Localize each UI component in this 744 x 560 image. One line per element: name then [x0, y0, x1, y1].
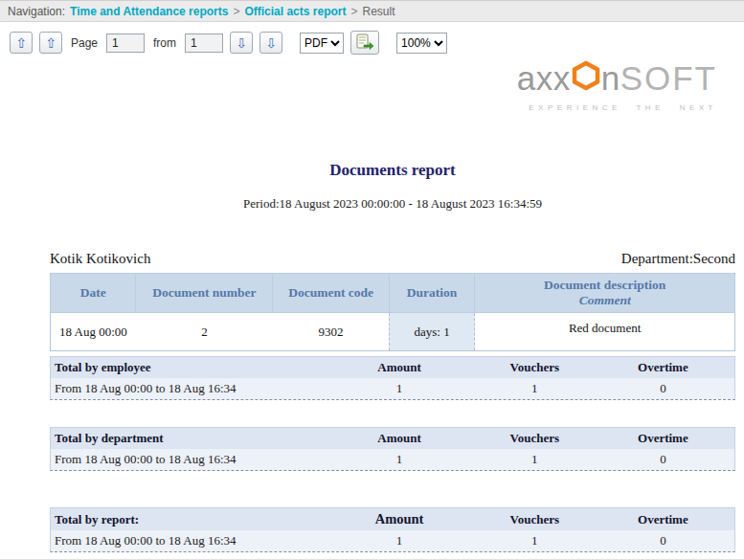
vouchers-label: Vouchers — [474, 431, 596, 446]
column-header-comment-line: Comment — [479, 293, 731, 308]
up-arrow-icon: ⇧ — [45, 35, 56, 51]
column-header-document-number: Document number — [136, 274, 273, 313]
table-row: 18 Aug 00:00 2 9302 days: 1 Red document — [51, 313, 735, 351]
logo-text-soft: SOFT — [620, 59, 717, 98]
logo-tagline: EXPERIENCE THE NEXT — [517, 103, 717, 112]
total-by-report-section: Total by report: Amount Vouchers Overtim… — [50, 507, 735, 552]
cell-document-number: 2 — [136, 313, 273, 351]
amount-label: Amount — [325, 360, 473, 375]
vouchers-label: Vouchers — [474, 512, 596, 527]
department-amount-value: 1 — [325, 452, 473, 467]
logo-text-n: n — [601, 59, 620, 98]
report-amount-value: 1 — [325, 533, 473, 549]
breadcrumb-current: Result — [362, 5, 395, 18]
employee-vouchers-value: 1 — [474, 381, 596, 396]
from-label: from — [153, 36, 176, 50]
amount-label: Amount — [325, 431, 473, 446]
prev-page-button[interactable]: ⇧ — [39, 32, 62, 54]
total-by-department-section: Total by department Amount Vouchers Over… — [50, 427, 735, 471]
down-arrow-icon: ⇩ — [236, 35, 247, 51]
documents-table: Date Document number Document code Durat… — [50, 273, 735, 351]
column-header-description-line: Document description — [544, 278, 665, 292]
column-header-date: Date — [51, 274, 136, 313]
employee-overtime-value: 0 — [596, 381, 731, 396]
report-vouchers-value: 1 — [474, 533, 596, 549]
cell-document-code: 9302 — [273, 313, 390, 351]
total-pages-input[interactable] — [185, 34, 223, 53]
amount-label: Amount — [325, 511, 473, 527]
first-page-button[interactable]: ⇧ — [10, 32, 33, 54]
toolbar: ⇧ ⇧ Page from ⇩ ⇩ PDF 100% — [0, 22, 744, 63]
report-content: Documents report Period:18 August 2023 0… — [50, 161, 735, 552]
last-page-button[interactable]: ⇩ — [259, 32, 282, 54]
zoom-select[interactable]: 100% — [396, 33, 447, 54]
page-label: Page — [71, 36, 98, 50]
breadcrumb-link-official-acts[interactable]: Official acts report — [244, 5, 346, 18]
cell-date: 18 Aug 00:00 — [51, 313, 136, 351]
navigation-label: Navigation: — [8, 5, 65, 18]
breadcrumb: Navigation: Time and Attendance reports … — [0, 0, 744, 22]
total-by-employee-section: Total by employee Amount Vouchers Overti… — [50, 356, 735, 400]
overtime-label: Overtime — [596, 512, 731, 527]
table-header-row: Date Document number Document code Durat… — [51, 274, 735, 313]
department-vouchers-value: 1 — [474, 452, 596, 467]
breadcrumb-separator: > — [233, 5, 239, 18]
total-by-department-title: Total by department — [55, 431, 325, 446]
page-number-input[interactable] — [106, 34, 145, 53]
overtime-label: Overtime — [596, 360, 731, 375]
column-header-duration: Duration — [389, 274, 474, 313]
next-page-button[interactable]: ⇩ — [230, 32, 253, 54]
report-period: Period:18 August 2023 00:00:00 - 18 Augu… — [50, 196, 735, 212]
employee-amount-value: 1 — [325, 381, 473, 396]
department-label: Department:Second — [621, 251, 735, 267]
employee-name: Kotik Kotikovich — [50, 251, 150, 267]
export-format-select[interactable]: PDF — [300, 33, 344, 54]
report-overtime-value: 0 — [596, 533, 731, 549]
department-overtime-value: 0 — [596, 452, 731, 467]
total-by-report-title: Total by report: — [55, 512, 325, 527]
total-by-employee-title: Total by employee — [55, 360, 325, 375]
up-arrow-icon: ⇧ — [15, 35, 27, 51]
hexagon-logo-icon — [572, 60, 600, 99]
vouchers-label: Vouchers — [474, 360, 596, 375]
down-arrow-icon: ⇩ — [265, 35, 277, 51]
report-viewer-window: Navigation: Time and Attendance reports … — [0, 0, 744, 560]
export-icon — [356, 34, 374, 53]
export-button[interactable] — [350, 31, 379, 55]
breadcrumb-link-time-attendance[interactable]: Time and Attendance reports — [70, 5, 228, 18]
axxonsoft-logo: axx n SOFT EXPERIENCE THE NEXT — [517, 59, 717, 112]
employee-total-range: From 18 Aug 00:00 to 18 Aug 16:34 — [55, 381, 325, 396]
cell-description: Red document — [475, 313, 735, 351]
overtime-label: Overtime — [596, 431, 731, 446]
department-total-range: From 18 Aug 00:00 to 18 Aug 16:34 — [55, 452, 325, 467]
report-title: Documents report — [50, 161, 735, 180]
breadcrumb-separator: > — [350, 5, 357, 18]
cell-duration: days: 1 — [389, 313, 474, 351]
column-header-document-code: Document code — [273, 274, 390, 313]
report-total-range: From 18 Aug 00:00 to 18 Aug 16:34 — [55, 533, 325, 549]
logo-text-axx: axx — [517, 59, 571, 98]
column-header-description: Document description Comment — [475, 274, 735, 313]
